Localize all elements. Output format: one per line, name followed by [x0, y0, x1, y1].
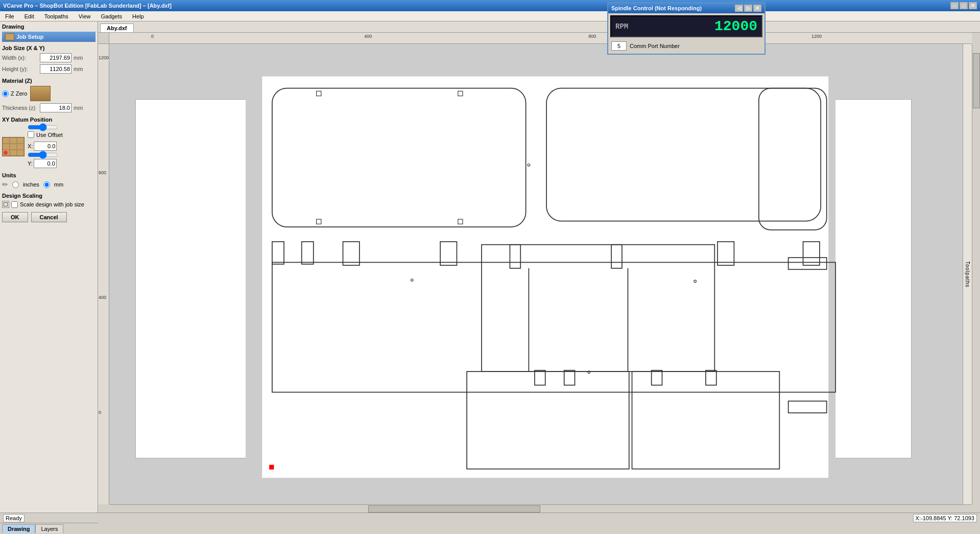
- width-label: Width (x):: [2, 55, 38, 61]
- toolpaths-panel[interactable]: Toolpaths: [963, 44, 972, 504]
- menu-help[interactable]: Help: [129, 12, 147, 20]
- height-input[interactable]: [40, 64, 71, 74]
- coordinates-status: X:-109.8845 Y: 72.1093: [913, 514, 977, 522]
- xy-datum-section: XY Datum Position: [2, 117, 95, 168]
- use-offset-label: Use Offset: [36, 132, 63, 138]
- title-bar-buttons[interactable]: ─ □ ✕: [950, 2, 977, 9]
- h-tick-800: 800: [588, 34, 596, 39]
- comm-port-input[interactable]: [611, 41, 627, 51]
- width-unit: mm: [74, 55, 83, 61]
- scrollbar-horizontal[interactable]: [109, 504, 972, 513]
- thickness-input[interactable]: [40, 103, 71, 112]
- spindle-title-bar: Spindle Control (Not Responding) ◁ ▷ ✕: [608, 3, 764, 13]
- ruler-vertical: 1200 800 400 0: [98, 44, 109, 504]
- thickness-label: Thickness (z): [2, 105, 38, 111]
- rpm-label: RPM: [615, 22, 628, 31]
- material-icon: [30, 86, 51, 101]
- spindle-window: Spindle Control (Not Responding) ◁ ▷ ✕ R…: [607, 2, 766, 55]
- xy-datum-label: XY Datum Position: [2, 117, 95, 123]
- scrollbar-vertical[interactable]: [972, 44, 980, 504]
- thickness-row: Thickness (z) mm: [2, 103, 95, 112]
- close-button[interactable]: ✕: [969, 2, 977, 9]
- height-row: Height (y): mm: [2, 64, 95, 74]
- scale-checkbox[interactable]: [11, 201, 18, 208]
- canvas-content[interactable]: Toolpaths: [109, 44, 972, 504]
- v-tick-0: 0: [99, 410, 101, 415]
- job-icon: [5, 33, 14, 40]
- spindle-minimize[interactable]: ◁: [735, 5, 743, 12]
- btn-row: OK Cancel: [2, 212, 95, 222]
- svg-rect-28: [269, 465, 274, 470]
- title-bar: VCarve Pro – ShopBot Edition [FabLab Sun…: [0, 0, 980, 11]
- design-scaling-section: Design Scaling ☐ Scale design with job s…: [2, 193, 95, 208]
- v-tick-800: 800: [99, 170, 106, 175]
- spindle-title-text: Spindle Control (Not Responding): [611, 5, 702, 11]
- rpm-value: 12000: [714, 18, 757, 34]
- spindle-content: RPM 12000 Comm Port Number: [608, 13, 764, 54]
- coordinates-label: X:-109.8845 Y: 72.1093: [916, 515, 974, 521]
- job-size-section: Job Size (X & Y) Width (x): mm Height (y…: [2, 45, 95, 74]
- datum-y-slider[interactable]: [28, 152, 58, 157]
- drawing-label: Drawing: [2, 24, 95, 30]
- inches-radio[interactable]: [12, 181, 19, 188]
- status-bar: Ready X:-109.8845 Y: 72.1093: [0, 513, 980, 523]
- datum-x-slider[interactable]: [28, 125, 58, 130]
- rpm-display: RPM 12000: [610, 15, 762, 37]
- ready-status: Ready: [3, 514, 25, 522]
- h-tick-400: 400: [364, 34, 372, 39]
- svg-rect-1: [262, 77, 828, 478]
- job-setup-header: Job Setup: [2, 32, 95, 42]
- datum-visual: [2, 137, 25, 156]
- height-label: Height (y):: [2, 66, 38, 72]
- units-label: Units: [2, 172, 95, 178]
- scale-checkbox-row: ☐ Scale design with job size: [2, 201, 95, 208]
- scroll-thumb-vertical[interactable]: [973, 53, 980, 108]
- spindle-expand[interactable]: ▷: [744, 5, 752, 12]
- mm-label: mm: [54, 181, 63, 188]
- material-section: Material (Z) Z Zero Thickness (z) mm: [2, 78, 95, 112]
- scroll-thumb-horizontal[interactable]: [368, 505, 541, 513]
- spindle-close[interactable]: ✕: [753, 5, 761, 12]
- width-row: Width (x): mm: [2, 53, 95, 62]
- menu-edit[interactable]: Edit: [21, 12, 37, 20]
- menu-file[interactable]: File: [2, 12, 17, 20]
- job-size-label: Job Size (X & Y): [2, 45, 95, 51]
- menu-gadgets[interactable]: Gadgets: [98, 12, 125, 20]
- maximize-button[interactable]: □: [960, 2, 968, 9]
- comm-label: Comm Port Number: [630, 43, 680, 49]
- scale-checkbox-icon: ☐: [2, 201, 9, 208]
- scale-label: Scale design with job size: [20, 201, 84, 207]
- material-box: Z Zero: [2, 86, 95, 101]
- height-unit: mm: [74, 66, 83, 72]
- aby-tab[interactable]: Aby.dxf: [100, 24, 134, 32]
- spindle-title-buttons[interactable]: ◁ ▷ ✕: [735, 5, 761, 12]
- ruler-horizontal: 0 400 800 1200: [109, 33, 972, 44]
- h-tick-0: 0: [151, 34, 154, 39]
- pencil-icon: ✏: [2, 180, 8, 189]
- minimize-button[interactable]: ─: [950, 2, 959, 9]
- cancel-button[interactable]: Cancel: [31, 212, 67, 222]
- menu-toolpaths[interactable]: Toolpaths: [41, 12, 71, 20]
- x-input[interactable]: [34, 142, 57, 151]
- v-tick-1200: 1200: [99, 55, 109, 60]
- thickness-unit: mm: [74, 105, 83, 111]
- z-zero-label: Z Zero: [11, 90, 27, 97]
- design-scaling-label: Design Scaling: [2, 193, 95, 199]
- y-input[interactable]: [34, 159, 57, 168]
- mm-radio[interactable]: [43, 181, 50, 188]
- units-row: ✏ inches mm: [2, 180, 95, 189]
- width-input[interactable]: [40, 53, 71, 62]
- menu-view[interactable]: View: [76, 12, 94, 20]
- job-setup-title: Job Setup: [16, 34, 43, 40]
- use-offset-checkbox[interactable]: [28, 131, 34, 138]
- canvas-wrapper: 0 400 800 1200 1200 800 400 0: [98, 33, 980, 513]
- drawing-area: Aby.dxf 0 400 800 1200 1200 800 400: [98, 21, 980, 513]
- ruler-corner: [98, 33, 109, 44]
- y-label: Y:: [28, 160, 33, 167]
- v-tick-400: 400: [99, 295, 106, 300]
- comm-row: Comm Port Number: [610, 40, 762, 52]
- use-offset-row: Use Offset: [28, 131, 63, 138]
- ok-button[interactable]: OK: [2, 212, 28, 222]
- tab-bar: Aby.dxf: [98, 21, 980, 33]
- z-zero-radio[interactable]: [2, 90, 9, 97]
